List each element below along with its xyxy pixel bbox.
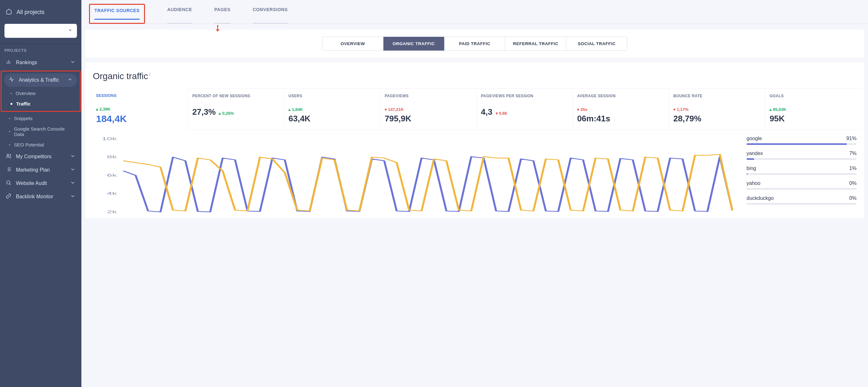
svg-text:2k: 2k [107,210,117,214]
sidebar-subitem-google-search-console-data[interactable]: Google Search Console Data [0,124,82,139]
segment-referral-traffic[interactable]: REFERRAL TRAFFIC [505,37,566,51]
sidebar-subitem-seo-potential[interactable]: SEO Potential [0,139,82,150]
source-name: google [747,136,762,141]
top-tabs: TRAFFIC SOURCESAUDIENCEPAGESCONVERSIONS [85,0,868,24]
kpi-value: 06m:41s [577,114,664,124]
kpi-value: 184,4K [96,114,183,124]
sidebar-item-label: Rankings [16,60,37,65]
bars-icon [6,59,11,66]
kpi-label: GOALS [769,94,857,103]
segment-social-traffic[interactable]: SOCIAL TRAFFIC [566,37,627,51]
kpi-delta: 85,03K [769,107,786,112]
search-icon [6,180,11,187]
source-name: bing [747,165,756,171]
kpi-value: 95K [769,114,857,124]
kpi-delta: 1,17% [674,107,689,112]
kpi-average-session[interactable]: AVERAGE SESSION25s06m:41s [572,88,669,130]
sidebar-item-my-competitors[interactable]: My Competitors [0,150,82,163]
project-select[interactable] [4,24,77,38]
kpi-label: USERS [288,94,375,103]
source-name: yandex [747,151,763,156]
kpi-label: SESSIONS [96,93,183,102]
kpi-delta: 25s [577,107,587,112]
sidebar-subitem-snippets[interactable]: Snippets [0,113,82,124]
source-name: yahoo [747,181,761,186]
source-pct: 1% [849,165,857,171]
bullet-icon [9,144,10,146]
page-title: Organic traffici [93,71,861,81]
kpi-users[interactable]: USERS1,84K63,4K [284,88,380,130]
sidebar-item-website-audit[interactable]: Website Audit [0,177,82,190]
sidebar-subitem-label: Overview [16,91,36,96]
tab-audience[interactable]: AUDIENCE [167,7,192,24]
sidebar-subitem-label: Google Search Console Data [14,126,76,137]
tab-traffic-sources[interactable]: TRAFFIC SOURCES [94,8,140,20]
all-projects-label: All projects [17,9,44,15]
tab-pages[interactable]: PAGES [214,7,230,24]
kpi-value: 63,4K [288,114,375,124]
source-bar [747,203,857,205]
source-bar [747,143,857,145]
kpi-bounce-rate[interactable]: BOUNCE RATE1,17%28,79% [669,88,765,130]
kpi-goals[interactable]: GOALS85,03K95K [765,88,861,130]
source-bar [747,173,857,175]
kpi-label: PERCENT OF NEW SESSIONS [192,94,279,103]
sidebar-subitem-overview[interactable]: Overview [2,88,80,98]
users-icon [6,153,11,160]
sidebar-item-marketing-plan[interactable]: Marketing Plan [0,163,82,177]
kpi-delta: 147,21K [385,107,404,112]
kpi-percent-of-new-sessions[interactable]: PERCENT OF NEW SESSIONS27,3%0,26% [188,88,284,130]
segment-organic-traffic[interactable]: ORGANIC TRAFFIC [383,37,444,51]
sidebar: All projects PROJECTS RankingsAnalytics … [0,0,82,387]
chevron-up-icon [67,76,73,84]
source-duckduckgo[interactable]: duckduckgo0% [747,195,857,205]
kpi-label: AVERAGE SESSION [577,94,664,103]
pulse-icon [8,76,14,84]
link-icon [6,193,11,200]
source-bing[interactable]: bing1% [747,165,857,175]
source-yahoo[interactable]: yahoo0% [747,181,857,190]
source-google[interactable]: google91% [747,136,857,145]
source-yandex[interactable]: yandex7% [747,151,857,160]
sidebar-item-analytics-traffic[interactable]: Analytics & Traffic [4,73,77,87]
tab-conversions[interactable]: CONVERSIONS [253,7,288,24]
svg-point-0 [7,154,9,156]
bullet-icon [10,103,12,105]
chevron-down-icon [68,28,72,34]
source-pct: 0% [849,195,857,201]
segment-control: OVERVIEWORGANIC TRAFFICPAID TRAFFICREFER… [322,36,627,51]
main: TRAFFIC SOURCESAUDIENCEPAGESCONVERSIONS … [82,0,868,387]
kpi-value: 28,79% [674,114,761,124]
svg-text:6k: 6k [107,173,117,178]
sidebar-item-backlink-monitor[interactable]: Backlink Monitor [0,190,82,203]
chevron-down-icon [70,153,76,160]
kpi-label: BOUNCE RATE [674,94,761,103]
kpi-sessions[interactable]: SESSIONS2,39K184,4K [92,88,188,130]
kpi-value: 795,9K [385,114,472,124]
svg-point-1 [7,181,10,184]
chevron-down-icon [70,180,76,187]
bullet-icon [9,131,10,132]
sidebar-item-rankings[interactable]: Rankings [0,56,82,69]
source-bar [747,158,857,160]
sidebar-heading: PROJECTS [0,48,82,56]
home-icon [6,8,12,16]
segment-paid-traffic[interactable]: PAID TRAFFIC [444,37,505,51]
all-projects-link[interactable]: All projects [0,4,82,21]
bullet-icon [10,93,12,94]
source-pct: 0% [849,181,857,186]
segment-overview[interactable]: OVERVIEW [322,37,383,51]
kpi-pageviews-per-session[interactable]: PAGEVIEWS PER SESSION4,30,86 [476,88,572,130]
sidebar-item-label: Analytics & Traffic [19,77,59,83]
kpi-pageviews[interactable]: PAGEVIEWS147,21K795,9K [380,88,476,130]
sidebar-item-label: Backlink Monitor [16,194,53,199]
bullet-icon [9,118,10,119]
kpi-label: PAGEVIEWS PER SESSION [481,94,568,103]
sidebar-item-label: My Competitors [16,154,52,160]
kpi-delta: 0,26% [219,111,234,116]
sidebar-subitem-label: SEO Potential [14,142,44,148]
svg-text:10k: 10k [101,137,117,141]
kpi-value: 27,3% [192,107,216,117]
sidebar-subitem-traffic[interactable]: Traffic [2,98,80,109]
info-icon[interactable]: i [149,72,150,77]
